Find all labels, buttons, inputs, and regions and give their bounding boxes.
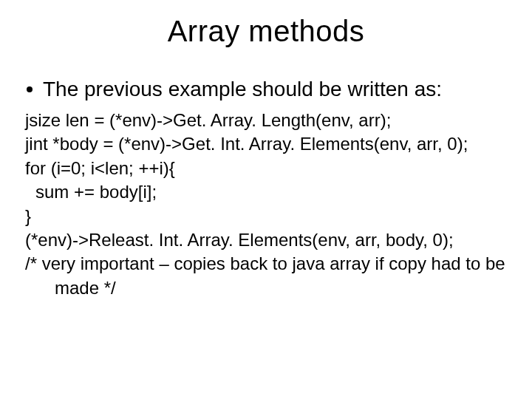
slide: Array methods The previous example shoul… [0,0,532,399]
code-line: } [25,205,510,228]
bullet-item: The previous example should be written a… [22,78,510,101]
code-line: for (i=0; i<len; ++i){ [25,157,510,180]
code-line: (*env)->Releast. Int. Array. Elements(en… [25,228,510,252]
code-block: jsize len = (*env)->Get. Array. Length(e… [22,109,510,300]
code-line: sum += body[i]; [25,180,510,204]
code-line: /* very important – copies back to java … [25,252,510,300]
code-line: jint *body = (*env)->Get. Int. Array. El… [25,132,510,156]
code-line: jsize len = (*env)->Get. Array. Length(e… [25,109,510,132]
bullet-dot-icon [27,86,33,92]
slide-title: Array methods [22,15,510,48]
bullet-text: The previous example should be written a… [43,78,442,101]
